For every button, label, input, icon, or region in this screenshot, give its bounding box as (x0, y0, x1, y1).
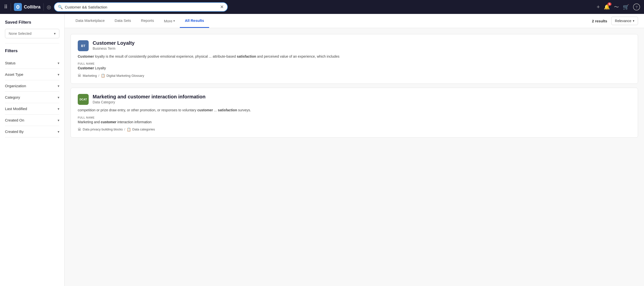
result-card-marketing-customer[interactable]: DCAT Marketing and customer interaction … (70, 88, 638, 137)
filter-category-label: Category (5, 95, 20, 99)
filter-created-by-label: Created By (5, 129, 24, 134)
nav-actions: + 🔔 5 〜 🛒 ? (596, 4, 640, 11)
nav-divider (11, 3, 11, 11)
filter-status-chevron: ▾ (58, 61, 59, 65)
filter-organization-label: Organization (5, 84, 26, 88)
filter-created-on-label: Created On (5, 118, 24, 122)
result-breadcrumb-2: 🏛 Data privacy building blocks / 📋 Data … (78, 127, 631, 131)
result-fullname-label-2: FULL NAME (78, 116, 631, 119)
logo-icon (14, 3, 22, 11)
filter-created-by[interactable]: Created By ▾ (5, 126, 59, 137)
tab-more-chevron: ▾ (173, 19, 175, 23)
breadcrumb-domain-2: Data categories (132, 127, 155, 131)
filter-organization[interactable]: Organization ▾ (5, 80, 59, 92)
breadcrumb-community-2: Data privacy building blocks (83, 127, 123, 131)
community-icon-2: 🏛 (78, 127, 81, 131)
result-header-2: DCAT Marketing and customer interaction … (78, 94, 631, 105)
breadcrumb-sep-2: / (124, 127, 125, 131)
svg-point-0 (17, 6, 19, 8)
domain-icon-1: 📋 (101, 74, 105, 78)
add-icon[interactable]: + (596, 4, 600, 10)
result-title-2: Marketing and customer interaction infor… (93, 94, 631, 100)
filter-status[interactable]: Status ▾ (5, 57, 59, 69)
filter-created-on-chevron: ▾ (58, 118, 59, 122)
filter-status-label: Status (5, 61, 16, 65)
filter-organization-chevron: ▾ (58, 84, 59, 88)
saved-filters-title: Saved Filters (5, 20, 59, 25)
filters-title: Filters (5, 49, 59, 54)
community-icon-1: 🏛 (78, 74, 81, 78)
result-description-1: Customer loyalty is the result of consis… (78, 54, 631, 59)
result-title-highlight-2: customer (128, 94, 150, 99)
result-title-area-2: Marketing and customer interaction infor… (93, 94, 631, 104)
tab-bar: Data Marketplace Data Sets Reports More … (64, 14, 644, 28)
filter-last-modified-chevron: ▾ (58, 107, 59, 111)
help-icon[interactable]: ? (633, 4, 640, 11)
breadcrumb-domain-1: Digital Marketing Glossary (106, 74, 144, 78)
results-count: 2 results (592, 19, 607, 23)
tab-bar-right: 2 results Relevance ▾ (592, 17, 638, 25)
filter-asset-type-label: Asset Type (5, 72, 23, 77)
breadcrumb-sep-1: / (98, 74, 99, 78)
sidebar-divider (5, 43, 59, 44)
search-clear-icon[interactable]: ✕ (220, 4, 224, 10)
filter-created-by-chevron: ▾ (58, 130, 59, 134)
filter-last-modified[interactable]: Last Modified ▾ (5, 103, 59, 115)
result-fullname-label-1: FULL NAME (78, 62, 631, 65)
sidebar: Saved Filters None Selected ▾ Filters St… (0, 14, 64, 286)
result-subtitle-1: Business Term (93, 47, 631, 51)
activity-icon[interactable]: 〜 (614, 4, 619, 11)
main-layout: Saved Filters None Selected ▾ Filters St… (0, 14, 644, 286)
basket-icon[interactable]: 🛒 (623, 4, 629, 10)
filter-category-chevron: ▾ (58, 95, 59, 99)
breadcrumb-community-1: Marketing (83, 74, 97, 78)
top-navigation: ⠿ Collibra ◎ 🔍 ✕ + 🔔 5 〜 🛒 ? (0, 0, 644, 14)
tab-data-sets[interactable]: Data Sets (110, 14, 136, 28)
sort-label: Relevance (615, 19, 631, 23)
logo-text: Collibra (24, 5, 40, 10)
grid-icon[interactable]: ⠿ (4, 4, 8, 10)
nav-divider-2 (44, 3, 44, 11)
result-card-customer-loyalty[interactable]: BT Customer Loyalty Business Term Custom… (70, 34, 638, 84)
notification-badge: 5 (608, 3, 612, 6)
notifications-icon[interactable]: 🔔 5 (604, 4, 610, 10)
compass-icon[interactable]: ◎ (47, 4, 51, 10)
tab-data-marketplace[interactable]: Data Marketplace (70, 14, 110, 28)
sort-chevron: ▾ (633, 19, 634, 23)
result-fullname-1: Customer Loyalty (78, 66, 631, 70)
filter-created-on[interactable]: Created On ▾ (5, 115, 59, 126)
filter-asset-type[interactable]: Asset Type ▾ (5, 69, 59, 80)
result-header-1: BT Customer Loyalty Business Term (78, 40, 631, 51)
saved-filters-dropdown[interactable]: None Selected ▾ (5, 29, 59, 38)
sort-dropdown[interactable]: Relevance ▾ (611, 17, 638, 25)
logo[interactable]: Collibra (14, 3, 40, 11)
result-badge-bt: BT (78, 40, 89, 51)
tab-more[interactable]: More ▾ (159, 15, 180, 28)
filter-asset-type-chevron: ▾ (58, 73, 59, 77)
result-title-1: Customer Loyalty (93, 40, 631, 46)
result-fullname-2: Marketing and customer interaction infor… (78, 120, 631, 124)
search-bar: 🔍 ✕ (54, 2, 228, 12)
filter-category[interactable]: Category ▾ (5, 92, 59, 103)
saved-filters-chevron: ▾ (54, 32, 56, 36)
results-container: BT Customer Loyalty Business Term Custom… (64, 28, 644, 144)
result-description-2: competition or prize draw entry, or othe… (78, 107, 631, 113)
tab-more-label: More (164, 19, 172, 23)
result-badge-dcat: DCAT (78, 94, 89, 105)
filter-last-modified-label: Last Modified (5, 107, 27, 111)
result-subtitle-2: Data Category (93, 100, 631, 104)
tab-all-results[interactable]: All Results (180, 14, 209, 28)
result-title-area-1: Customer Loyalty Business Term (93, 40, 631, 51)
tab-reports[interactable]: Reports (136, 14, 159, 28)
search-input[interactable] (65, 5, 218, 9)
result-breadcrumb-1: 🏛 Marketing / 📋 Digital Marketing Glossa… (78, 74, 631, 78)
search-icon: 🔍 (58, 5, 63, 10)
result-title-highlight-1: Customer (93, 40, 116, 46)
domain-icon-2: 📋 (127, 127, 131, 131)
content-area: Data Marketplace Data Sets Reports More … (64, 14, 644, 286)
saved-filters-value: None Selected (9, 32, 32, 36)
